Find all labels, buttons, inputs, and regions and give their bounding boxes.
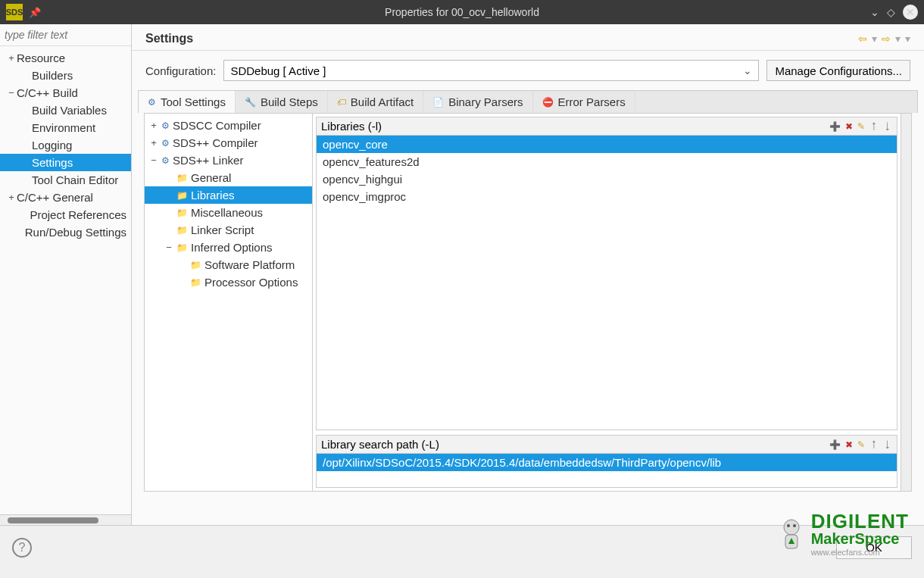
nav-forward-dropdown-icon[interactable]: ▾	[895, 33, 901, 45]
list-item[interactable]: opencv_core	[317, 136, 897, 153]
category-item[interactable]: +C/C++ General	[0, 189, 131, 206]
tool-item[interactable]: +⚙SDSCC Compiler	[145, 117, 312, 134]
folder-icon: 📁	[176, 190, 188, 201]
library-search-path-group: Library search path (-L) ➕ ✖ ✎ ⭡ ⭣ /opt/…	[316, 435, 897, 488]
manage-configurations-button[interactable]: Manage Configurations...	[766, 60, 910, 81]
view-menu-icon[interactable]: ▾	[905, 33, 910, 45]
move-down-icon[interactable]: ⭣	[883, 439, 892, 450]
tool-item[interactable]: 📁Processor Options	[145, 273, 312, 291]
configuration-label: Configuration:	[145, 64, 216, 77]
category-item[interactable]: Run/Debug Settings	[0, 223, 131, 241]
tool-item[interactable]: 📁Software Platform	[145, 256, 312, 273]
gear-icon: ⚙	[161, 155, 170, 166]
configuration-value: SDDebug [ Active ]	[230, 64, 326, 77]
category-item[interactable]: Project References	[0, 206, 131, 223]
category-item[interactable]: Logging	[0, 136, 131, 154]
tool-item[interactable]: +⚙SDS++ Compiler	[145, 134, 312, 152]
horizontal-scrollbar[interactable]	[0, 514, 131, 525]
vertical-scrollbar[interactable]	[901, 114, 911, 491]
library-search-path-header: Library search path (-L)	[321, 438, 439, 451]
pin-icon[interactable]: 📌	[29, 7, 41, 18]
folder-icon: 📁	[176, 173, 188, 183]
category-tree[interactable]: +ResourceBuilders−C/C++ BuildBuild Varia…	[0, 46, 131, 514]
minimize-icon[interactable]: ⌄	[870, 6, 879, 18]
artifact-icon: 🏷	[337, 97, 346, 108]
tool-item[interactable]: 📁Miscellaneous	[145, 204, 312, 221]
category-item[interactable]: Environment	[0, 119, 131, 136]
library-search-path-list[interactable]: /opt/Xilinx/SDSoC/2015.4/SDK/2015.4/data…	[317, 454, 897, 487]
gear-icon: ⚙	[161, 120, 170, 131]
ok-button[interactable]: OK	[836, 536, 912, 559]
folder-icon: 📁	[190, 277, 201, 288]
category-item[interactable]: Build Variables	[0, 102, 131, 119]
steps-icon: 🔧	[245, 97, 256, 108]
titlebar: SDS 📌 Properties for 00_ocv_helloworld ⌄…	[0, 0, 924, 24]
tool-item[interactable]: −⚙SDS++ Linker	[145, 152, 312, 169]
category-item[interactable]: Tool Chain Editor	[0, 171, 131, 189]
edit-icon[interactable]: ✎	[857, 121, 865, 132]
tool-item[interactable]: 📁Libraries	[145, 186, 312, 204]
filter-input[interactable]	[5, 29, 139, 41]
nav-back-dropdown-icon[interactable]: ▾	[872, 33, 877, 45]
configuration-select[interactable]: SDDebug [ Active ]	[223, 60, 759, 81]
category-item[interactable]: −C/C++ Build	[0, 84, 131, 102]
category-item[interactable]: Builders	[0, 67, 131, 84]
button-bar: ? OK	[0, 525, 924, 569]
nav-back-icon[interactable]: ⇦	[858, 33, 867, 45]
app-icon: SDS	[6, 4, 23, 20]
add-icon[interactable]: ➕	[829, 121, 841, 132]
category-item[interactable]: +Resource	[0, 49, 131, 67]
gear-icon: ⚙	[148, 97, 156, 108]
error-icon: ⛔	[542, 97, 554, 108]
move-down-icon[interactable]: ⭣	[883, 121, 892, 132]
tab-tool-settings[interactable]: ⚙Tool Settings	[139, 91, 236, 113]
edit-icon[interactable]: ✎	[857, 439, 865, 450]
list-item[interactable]: opencv_features2d	[317, 153, 897, 170]
tool-item[interactable]: 📁Linker Script	[145, 221, 312, 239]
add-icon[interactable]: ➕	[829, 439, 841, 450]
binary-icon: 📄	[432, 97, 444, 108]
settings-panel: Settings ⇦ ▾ ⇨ ▾ ▾ Configuration: SDDebu…	[132, 24, 924, 525]
delete-icon[interactable]: ✖	[845, 121, 853, 132]
window-title: Properties for 00_ocv_helloworld	[385, 6, 539, 18]
help-button[interactable]: ?	[12, 538, 32, 558]
tab-build-steps[interactable]: 🔧Build Steps	[236, 91, 328, 113]
list-item[interactable]: opencv_highgui	[317, 170, 897, 188]
tool-settings-tree[interactable]: +⚙SDSCC Compiler+⚙SDS++ Compiler−⚙SDS++ …	[145, 114, 313, 491]
libraries-group: Libraries (-l) ➕ ✖ ✎ ⭡ ⭣ opencv_coreopen…	[316, 117, 897, 430]
list-item[interactable]: /opt/Xilinx/SDSoC/2015.4/SDK/2015.4/data…	[317, 454, 897, 471]
settings-tabs: ⚙Tool Settings🔧Build Steps🏷Build Artifac…	[138, 90, 918, 113]
list-item[interactable]: opencv_imgproc	[317, 188, 897, 205]
maximize-icon[interactable]: ◇	[887, 6, 895, 18]
tool-item[interactable]: 📁General	[145, 169, 312, 186]
gear-icon: ⚙	[161, 138, 170, 148]
tab-error-parsers[interactable]: ⛔Error Parsers	[533, 91, 635, 113]
nav-forward-icon[interactable]: ⇨	[882, 33, 891, 45]
tab-build-artifact[interactable]: 🏷Build Artifact	[328, 91, 423, 113]
tab-binary-parsers[interactable]: 📄Binary Parsers	[423, 91, 532, 113]
page-title: Settings	[145, 32, 193, 45]
folder-icon: 📁	[176, 225, 188, 236]
tool-item[interactable]: −📁Inferred Options	[145, 239, 312, 256]
delete-icon[interactable]: ✖	[845, 439, 853, 450]
folder-icon: 📁	[190, 260, 201, 270]
folder-icon: 📁	[176, 242, 188, 253]
move-up-icon[interactable]: ⭡	[869, 439, 879, 450]
libraries-list[interactable]: opencv_coreopencv_features2dopencv_highg…	[317, 136, 897, 430]
move-up-icon[interactable]: ⭡	[869, 121, 879, 132]
libraries-header: Libraries (-l)	[321, 120, 382, 133]
close-icon[interactable]: ✕	[903, 5, 918, 20]
category-panel: ✕ ❮ +ResourceBuilders−C/C++ BuildBuild V…	[0, 24, 132, 525]
folder-icon: 📁	[176, 208, 188, 218]
category-item[interactable]: Settings	[0, 154, 131, 171]
